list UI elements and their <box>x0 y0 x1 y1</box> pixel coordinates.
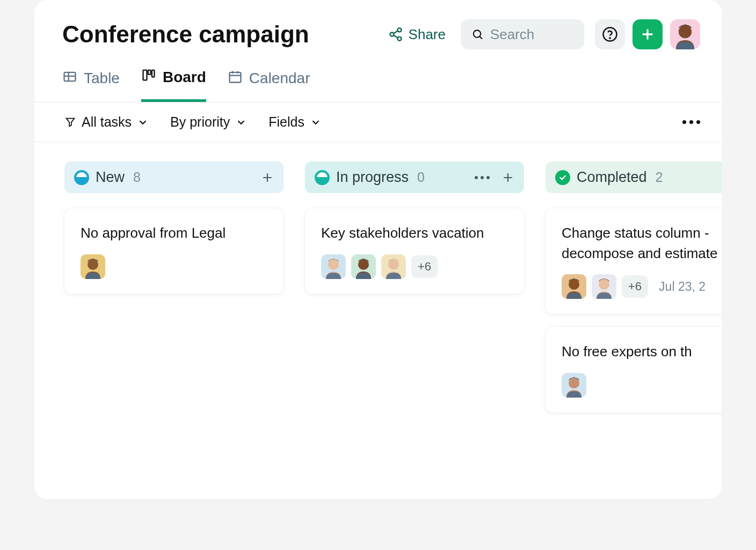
tab-label: Table <box>84 70 120 87</box>
tab-table[interactable]: Table <box>62 68 120 102</box>
plus-icon <box>640 27 655 42</box>
column-count: 2 <box>656 170 663 185</box>
add-button[interactable] <box>633 19 663 49</box>
svg-point-0 <box>397 28 401 32</box>
svg-point-8 <box>609 38 610 39</box>
column-count: 0 <box>417 170 425 185</box>
svg-point-32 <box>358 259 369 270</box>
assignee-avatar[interactable] <box>562 274 586 299</box>
column-in-progress: In progress 0 Key stakeholders vacation … <box>305 162 524 426</box>
page-title: Conference campaign <box>62 21 388 48</box>
column-new: New 8 No approval from Legal <box>64 162 284 426</box>
svg-line-3 <box>394 31 398 34</box>
svg-point-42 <box>569 378 579 388</box>
more-menu[interactable] <box>682 120 700 124</box>
column-actions <box>261 171 274 184</box>
column-title: In progress <box>336 169 409 186</box>
add-card-icon[interactable] <box>261 171 274 184</box>
task-card[interactable]: Key stakeholders vacation +6 <box>305 208 524 294</box>
svg-point-2 <box>397 37 401 41</box>
card-footer: +6 <box>321 254 508 279</box>
filter-label: All tasks <box>82 114 132 130</box>
chevron-down-icon <box>137 116 149 128</box>
share-button[interactable]: Share <box>388 26 446 43</box>
card-title: No approval from Legal <box>81 223 267 244</box>
svg-point-1 <box>390 33 394 36</box>
search-box[interactable] <box>461 19 584 49</box>
toolbar: All tasks By priority Fields <box>34 102 722 142</box>
svg-line-6 <box>479 36 482 39</box>
column-header[interactable]: In progress 0 <box>305 162 524 193</box>
column-title: New <box>96 169 125 186</box>
board: New 8 No approval from Legal In progress… <box>34 142 722 426</box>
header: Conference campaign Share <box>34 0 722 49</box>
column-more-menu[interactable] <box>475 176 490 179</box>
share-icon <box>388 27 403 42</box>
filter-dropdown[interactable]: All tasks <box>64 114 149 130</box>
svg-point-26 <box>88 259 98 270</box>
assignee-avatar[interactable] <box>381 254 406 279</box>
column-completed: Completed 2 Change status column - decom… <box>546 162 722 426</box>
column-count: 8 <box>133 170 141 185</box>
card-footer <box>562 373 722 398</box>
filter-icon <box>64 116 76 128</box>
svg-point-38 <box>569 279 579 290</box>
column-header[interactable]: Completed 2 <box>546 162 722 193</box>
tab-label: Board <box>163 69 206 86</box>
svg-point-30 <box>328 259 339 270</box>
card-title: Change status column - decompose and est… <box>562 223 722 263</box>
task-card[interactable]: No free experts on th <box>546 327 722 413</box>
fields-label: Fields <box>268 114 304 130</box>
calendar-icon <box>228 69 243 88</box>
assignee-overflow[interactable]: +6 <box>622 275 648 298</box>
status-completed-icon <box>555 170 570 185</box>
svg-point-40 <box>599 279 609 290</box>
search-input[interactable] <box>490 26 573 43</box>
chevron-down-icon <box>235 116 247 128</box>
assignee-avatar[interactable] <box>321 254 346 279</box>
help-icon <box>602 26 618 42</box>
group-dropdown[interactable]: By priority <box>170 114 247 130</box>
tab-label: Calendar <box>249 70 310 87</box>
search-icon <box>471 27 484 42</box>
assignee-avatar[interactable] <box>81 254 105 279</box>
svg-rect-17 <box>148 70 151 75</box>
status-half-teal-icon <box>315 170 330 185</box>
column-actions <box>475 171 514 184</box>
card-title: Key stakeholders vacation <box>321 223 508 244</box>
card-title: No free experts on th <box>562 342 722 362</box>
svg-line-4 <box>394 35 398 38</box>
card-footer <box>81 254 267 279</box>
table-icon <box>62 69 77 88</box>
tab-board[interactable]: Board <box>141 68 206 102</box>
svg-rect-18 <box>152 70 155 77</box>
svg-rect-19 <box>229 72 241 82</box>
card-date: Jul 23, 2 <box>659 280 706 294</box>
group-label: By priority <box>170 114 230 130</box>
assignee-avatar[interactable] <box>351 254 376 279</box>
chevron-down-icon <box>310 116 322 128</box>
assignee-avatar[interactable] <box>592 274 616 299</box>
task-card[interactable]: Change status column - decompose and est… <box>546 208 722 314</box>
svg-point-5 <box>474 30 481 37</box>
status-half-blue-icon <box>74 170 89 185</box>
svg-rect-16 <box>143 70 147 80</box>
add-card-icon[interactable] <box>501 171 514 184</box>
user-avatar[interactable] <box>670 19 700 49</box>
fields-dropdown[interactable]: Fields <box>268 114 322 130</box>
help-button[interactable] <box>595 19 625 49</box>
column-header[interactable]: New 8 <box>64 162 284 193</box>
view-tabs: Table Board Calendar <box>34 49 722 102</box>
board-icon <box>141 68 156 86</box>
tab-calendar[interactable]: Calendar <box>228 68 310 102</box>
app-window: Conference campaign Share <box>34 0 722 499</box>
svg-point-12 <box>679 25 692 38</box>
svg-point-34 <box>388 259 399 270</box>
task-card[interactable]: No approval from Legal <box>64 208 284 294</box>
share-label: Share <box>409 26 446 43</box>
assignee-avatar[interactable] <box>562 373 586 398</box>
assignee-overflow[interactable]: +6 <box>411 255 438 278</box>
card-footer: +6Jul 23, 2 <box>562 274 722 299</box>
column-title: Completed <box>577 169 647 186</box>
